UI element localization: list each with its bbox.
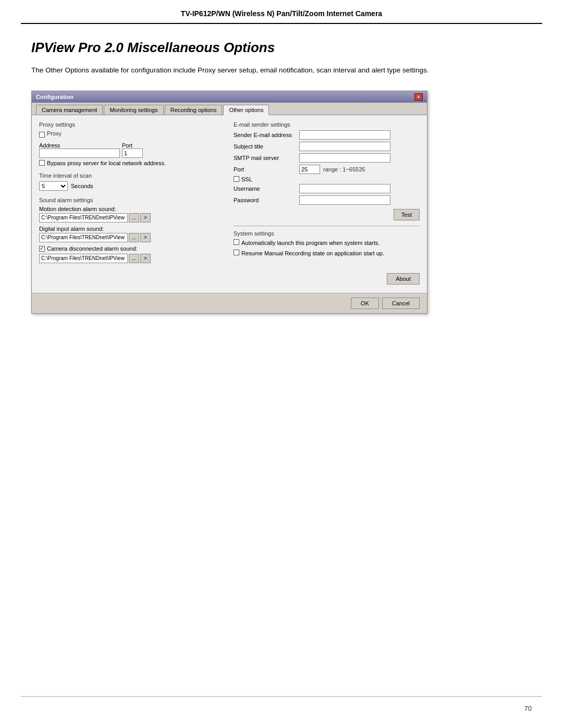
camera-play-button[interactable]: > <box>140 254 151 263</box>
camera-disconnected-row: Camera disconnected alarm sound: <box>39 245 225 253</box>
scan-select[interactable]: 5 10 15 30 <box>39 181 68 191</box>
addr-port-row: Address Port <box>39 142 225 158</box>
smtp-label: SMTP mail server <box>234 155 296 161</box>
proxy-label: Proxy <box>47 130 62 137</box>
header-title: TV-IP612P/WN (Wireless N) Pan/Tilt/Zoom … <box>181 9 382 18</box>
header-bar: TV-IP612P/WN (Wireless N) Pan/Tilt/Zoom … <box>21 0 542 24</box>
test-button[interactable]: Test <box>394 209 420 220</box>
password-label: Password <box>234 197 296 203</box>
bypass-label: Bypass proxy server for local network ad… <box>47 160 166 166</box>
smtp-port-label: Port <box>234 166 296 172</box>
ssl-checkbox[interactable] <box>234 176 239 182</box>
bottom-divider <box>21 696 542 697</box>
proxy-checkbox-row: Proxy <box>39 130 225 139</box>
camera-alarm-path-input[interactable] <box>39 254 128 263</box>
left-panel: Proxy settings Proxy Address Port <box>39 121 225 287</box>
system-settings-group: System settings Automatically launch thi… <box>234 230 420 257</box>
digital-browse-button[interactable]: ... <box>129 233 139 242</box>
bypass-row: Bypass proxy server for local network ad… <box>39 160 225 166</box>
sender-email-row: Sender E-mail address <box>234 130 420 140</box>
motion-alarm-label: Motion detection alarm sound: <box>39 206 225 212</box>
about-button[interactable]: About <box>387 273 420 285</box>
sender-email-input[interactable] <box>299 130 390 140</box>
digital-alarm-item: Digital input alarm sound: ... > <box>39 226 225 242</box>
motion-alarm-path-input[interactable] <box>39 213 128 223</box>
tab-other-options[interactable]: Other options <box>223 105 269 115</box>
motion-browse-button[interactable]: ... <box>129 213 139 223</box>
username-label: Username <box>234 186 296 192</box>
proxy-checkbox[interactable] <box>39 132 45 138</box>
config-window: Configuration ✕ Camera management Monito… <box>31 91 427 314</box>
port-label-proxy: Port <box>122 142 143 149</box>
password-row: Password <box>234 195 420 205</box>
proxy-section-label: Proxy settings <box>39 121 225 128</box>
ok-button[interactable]: OK <box>351 298 379 309</box>
digital-alarm-label: Digital input alarm sound: <box>39 226 225 232</box>
motion-play-button[interactable]: > <box>140 213 151 223</box>
camera-disconnected-label: Camera disconnected alarm sound: <box>47 245 138 252</box>
camera-disconnected-checkbox[interactable] <box>39 246 45 252</box>
smtp-row: SMTP mail server <box>234 153 420 163</box>
config-footer: OK Cancel <box>32 293 427 313</box>
digital-alarm-path-input[interactable] <box>39 233 128 242</box>
bypass-checkbox[interactable] <box>39 160 45 166</box>
intro-text: The Other Options available for configur… <box>31 65 459 76</box>
address-input[interactable] <box>39 149 120 158</box>
right-panel: E-mail sender settings Sender E-mail add… <box>234 121 420 287</box>
subject-row: Subject title <box>234 142 420 151</box>
password-input[interactable] <box>299 195 390 205</box>
motion-alarm-item: Motion detection alarm sound: ... > <box>39 206 225 223</box>
digital-alarm-path-row: ... > <box>39 233 225 242</box>
subject-label: Subject title <box>234 143 296 150</box>
system-section-label: System settings <box>234 230 420 237</box>
subject-input[interactable] <box>299 142 390 151</box>
page-number: 70 <box>524 705 532 712</box>
digital-play-button[interactable]: > <box>140 233 151 242</box>
scan-unit-label: Seconds <box>71 183 93 189</box>
sender-email-label: Sender E-mail address <box>234 132 296 138</box>
port-range-row: range : 1~65535 <box>299 165 365 174</box>
port-input-proxy[interactable] <box>122 149 143 158</box>
config-titlebar: Configuration ✕ <box>32 91 427 103</box>
resume-recording-label: Resume Manual Recording state on applica… <box>241 250 384 257</box>
proxy-settings-group: Proxy settings Proxy Address Port <box>39 121 225 166</box>
tab-monitoring-settings[interactable]: Monitoring settings <box>104 105 163 115</box>
tab-camera-management[interactable]: Camera management <box>36 105 103 115</box>
page-heading: IPView Pro 2.0 Miscellaneous Options <box>31 40 532 56</box>
tab-recording-options[interactable]: Recording options <box>165 105 223 115</box>
ssl-label: SSL <box>241 176 252 182</box>
auto-launch-label: Automatically launch this program when s… <box>241 239 380 246</box>
username-row: Username <box>234 184 420 193</box>
ssl-row: SSL <box>234 176 420 182</box>
motion-alarm-path-row: ... > <box>39 213 225 223</box>
email-section-label: E-mail sender settings <box>234 121 420 128</box>
port-range-text: range : 1~65535 <box>323 166 365 172</box>
resume-recording-checkbox[interactable] <box>234 250 239 255</box>
config-titlebar-text: Configuration <box>36 94 74 100</box>
auto-launch-row: Automatically launch this program when s… <box>234 239 420 246</box>
resume-recording-row: Resume Manual Recording state on applica… <box>234 250 420 257</box>
scan-row: 5 10 15 30 Seconds <box>39 181 225 191</box>
close-button[interactable]: ✕ <box>414 93 423 101</box>
smtp-port-row: Port range : 1~65535 <box>234 165 420 174</box>
username-input[interactable] <box>299 184 390 193</box>
cancel-button[interactable]: Cancel <box>382 298 420 309</box>
address-label: Address <box>39 142 112 149</box>
camera-browse-button[interactable]: ... <box>129 254 139 263</box>
divider <box>234 226 420 226</box>
scan-interval-group: Time interval of scan 5 10 15 30 Seconds <box>39 172 225 191</box>
scan-section-label: Time interval of scan <box>39 172 225 179</box>
email-settings-group: E-mail sender settings Sender E-mail add… <box>234 121 420 220</box>
about-btn-row: About <box>234 273 420 285</box>
sound-alarm-group: Sound alarm settings Motion detection al… <box>39 197 225 263</box>
camera-alarm-item: Camera disconnected alarm sound: ... > <box>39 245 225 263</box>
config-body: Proxy settings Proxy Address Port <box>32 115 427 293</box>
content-area: IPView Pro 2.0 Miscellaneous Options The… <box>0 24 563 335</box>
smtp-port-input[interactable] <box>299 165 320 174</box>
auto-launch-checkbox[interactable] <box>234 239 239 245</box>
smtp-input[interactable] <box>299 153 390 163</box>
camera-alarm-path-row: ... > <box>39 254 225 263</box>
page-container: TV-IP612P/WN (Wireless N) Pan/Tilt/Zoom … <box>0 0 563 728</box>
config-tabs: Camera management Monitoring settings Re… <box>32 103 427 115</box>
sound-section-label: Sound alarm settings <box>39 197 225 203</box>
